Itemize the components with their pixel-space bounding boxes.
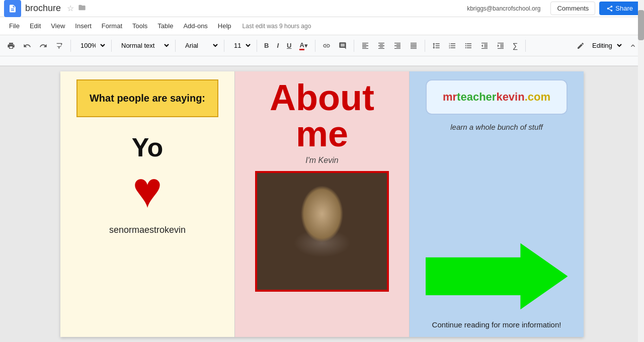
editing-area: Editing <box>577 39 640 52</box>
font-size-select[interactable]: 11 <box>228 39 253 52</box>
photo-frame <box>255 171 389 292</box>
comment-button[interactable] <box>336 40 350 52</box>
toolbar: 100% Normal text Arial 11 B I U A▾ <box>0 35 644 56</box>
document-area: What people are saying: Yo ♥ senormaestr… <box>0 66 644 342</box>
menu-help[interactable]: Help <box>213 19 236 33</box>
panel-3: mrteacherkevin.com learn a whole bunch o… <box>410 71 584 337</box>
folder-icon[interactable] <box>78 4 86 14</box>
line-spacing-button[interactable] <box>429 40 443 52</box>
teacher-text: teacher <box>457 91 496 103</box>
align-right-button[interactable] <box>390 40 405 52</box>
menu-file[interactable]: File <box>4 19 25 33</box>
paint-format-button[interactable] <box>52 40 66 52</box>
photo-inner <box>257 173 387 290</box>
top-bar: brochure ☆ kbriggs@bancrofschool.org Com… <box>0 0 644 17</box>
zoom-select[interactable]: 100% <box>75 39 107 52</box>
text-color-button[interactable]: A▾ <box>296 39 310 52</box>
print-button[interactable] <box>4 40 18 52</box>
panel-1: What people are saying: Yo ♥ senormaestr… <box>60 71 235 337</box>
im-kevin-text: I'm Kevin <box>305 156 338 165</box>
font-select[interactable]: Arial <box>180 39 220 52</box>
menu-table[interactable]: Table <box>152 19 178 33</box>
about-me-text: About me <box>243 79 401 152</box>
arrow-container <box>426 238 568 316</box>
menu-bar: File Edit View Insert Format Tools Table… <box>0 17 644 35</box>
decrease-indent-button[interactable] <box>477 40 492 52</box>
share-button[interactable]: Share <box>599 2 640 15</box>
photo-placeholder <box>257 173 387 290</box>
numbered-list-button[interactable] <box>445 40 459 52</box>
align-left-button[interactable] <box>358 40 372 52</box>
yellow-box-text: What people are saying: <box>90 93 205 104</box>
website-text: mrteacherkevin.com <box>432 91 562 104</box>
green-arrow-svg <box>426 238 568 314</box>
website-box: mrteacherkevin.com <box>426 79 568 115</box>
formula-button[interactable]: ∑ <box>510 39 521 52</box>
panel-2: About me I'm Kevin <box>235 71 410 337</box>
scrollbar[interactable] <box>638 66 644 342</box>
menu-tools[interactable]: Tools <box>127 19 152 33</box>
last-edit-label: Last edit was 9 hours ago <box>243 23 311 30</box>
menu-format[interactable]: Format <box>97 19 127 33</box>
comments-button[interactable]: Comments <box>550 2 595 15</box>
link-button[interactable] <box>319 40 334 52</box>
align-center-button[interactable] <box>374 40 388 52</box>
style-select[interactable]: Normal text <box>116 39 171 52</box>
undo-button[interactable] <box>20 40 34 52</box>
bullet-list-button[interactable] <box>461 40 475 52</box>
yo-text: Yo <box>132 132 164 162</box>
underline-button[interactable]: U <box>284 40 294 51</box>
editing-select[interactable]: Editing <box>587 39 624 52</box>
yellow-box: What people are saying: <box>76 79 219 117</box>
name-text: senormaestrokevin <box>109 225 186 235</box>
star-icon[interactable]: ☆ <box>67 4 74 13</box>
dot-com-text: .com <box>525 91 550 103</box>
italic-button[interactable]: I <box>274 40 282 51</box>
mr-text: mr <box>443 91 457 103</box>
user-info: kbriggs@bancrofschool.org <box>467 5 540 12</box>
learn-text: learn a whole bunch of stuff <box>450 123 542 131</box>
ruler <box>0 56 644 66</box>
redo-button[interactable] <box>36 40 50 52</box>
menu-edit[interactable]: Edit <box>25 19 46 33</box>
menu-addons[interactable]: Add-ons <box>178 19 212 33</box>
bold-button[interactable]: B <box>261 40 272 51</box>
doc-title: brochure <box>25 3 61 14</box>
menu-insert[interactable]: Insert <box>70 19 97 33</box>
continue-text: Continue reading for more information! <box>432 320 561 329</box>
app-icon[interactable] <box>4 0 21 17</box>
svg-marker-1 <box>426 243 568 310</box>
menu-view[interactable]: View <box>46 19 70 33</box>
pages-container: What people are saying: Yo ♥ senormaestr… <box>60 71 584 337</box>
kevin-text: kevin <box>496 91 524 103</box>
justify-button[interactable] <box>407 40 421 52</box>
increase-indent-button[interactable] <box>494 40 508 52</box>
heart-icon: ♥ <box>132 164 162 215</box>
